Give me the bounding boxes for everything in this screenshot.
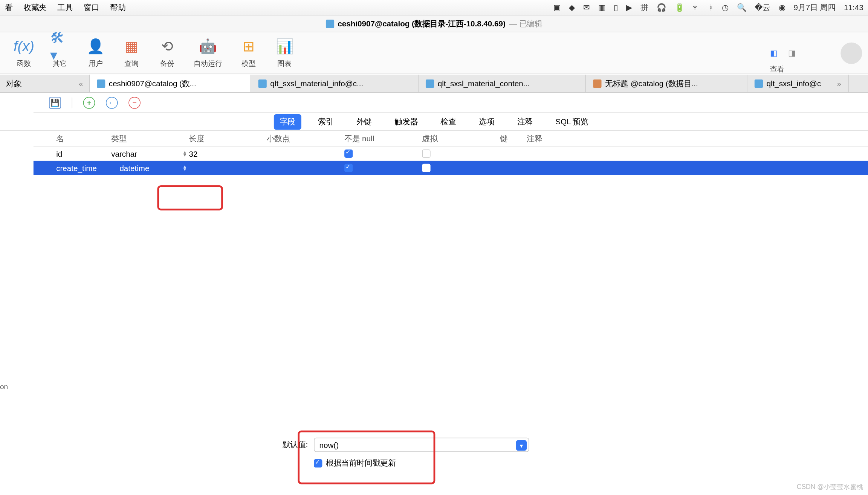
edited-indicator: — 已编辑 [509,18,542,29]
titlebar: ceshi0907@catalog (数据目录-江西-10.8.40.69) —… [0,15,868,32]
query-icon [593,79,601,87]
subtab-check[interactable]: 检查 [435,114,462,129]
watermark: CSDN @小莹莹水蜜桃 [797,483,863,492]
menu-help[interactable]: 帮助 [110,2,125,13]
connection-icon [326,20,334,28]
menubar: 看 收藏夹 工具 窗口 帮助 ▣ ◆ ✉ ▥ ▯ ▶ 拼 🎧 🔋 ᯤ ᚼ ◷ 🔍… [0,0,868,15]
left-panel-cut: on [0,383,8,391]
control-center-icon[interactable]: �云 [755,2,770,13]
avatar-icon[interactable] [840,42,862,64]
table-icon [97,79,105,87]
tray-icon[interactable]: ✉ [583,3,590,12]
annotation-highlight [157,185,223,211]
subtab-comment[interactable]: 注释 [511,114,539,129]
bluetooth-icon[interactable]: ᚼ [709,3,714,12]
toolbar-automation[interactable]: 🤖自动运行 [185,35,231,71]
menu-view[interactable]: 看 [5,2,13,13]
menubar-time[interactable]: 11:43 [844,3,863,12]
col-name[interactable]: 名 [34,133,111,144]
type-stepper-icon[interactable]: ▴▾ [183,165,186,171]
fields-grid: 名 类型 长度 小数点 不是 null 虚拟 键 注释 id varchar▴▾… [34,131,868,175]
menu-window[interactable]: 窗口 [84,2,99,13]
toolbar-function[interactable]: f(x)函数 [6,35,42,71]
subtab-sqlpreview[interactable]: SQL 预览 [549,114,594,129]
siri-icon[interactable]: ◉ [779,3,785,12]
table-icon [755,79,763,87]
field-row-create-time[interactable]: create_time datetime▴▾ [34,161,868,175]
document-tabs: 对象« ceshi0907@catalog (数... qlt_sxsl_mat… [0,75,868,93]
objects-tab[interactable]: 对象« [0,75,90,92]
subtab-fk[interactable]: 外键 [350,114,378,129]
tray-icon[interactable]: ▶ [626,3,632,12]
save-button[interactable]: 💾 [49,96,61,108]
delete-button[interactable]: − [128,96,141,108]
subtab-triggers[interactable]: 触发器 [388,114,424,129]
update-timestamp-checkbox[interactable] [314,459,322,468]
field-properties: 默认值: now() ▾ 根据当前时间戳更新 [272,438,529,469]
panel-toggle-right-icon[interactable]: ◨ [788,49,795,58]
col-length[interactable]: 长度 [189,133,266,144]
virtual-checkbox[interactable] [422,164,430,172]
default-value-input[interactable]: now() ▾ [314,438,529,452]
notnull-checkbox[interactable] [344,150,353,158]
virtual-checkbox[interactable] [422,150,430,158]
toolbar-user[interactable]: 👤用户 [78,35,113,71]
subtab-fields[interactable]: 字段 [274,114,301,129]
clock-icon[interactable]: ◷ [722,3,728,12]
subtab-options[interactable]: 选项 [473,114,500,129]
toolbar-chart[interactable]: 📊图表 [267,35,303,71]
menubar-date[interactable]: 9月7日 周四 [794,2,836,13]
wifi-icon[interactable]: ᯤ [692,3,700,12]
col-type[interactable]: 类型 [111,133,189,144]
tray-icon[interactable]: ◆ [569,3,575,12]
search-icon[interactable]: 🔍 [737,3,746,12]
tray-icon[interactable]: 拼 [640,2,648,13]
table-icon [258,79,267,87]
toolbar-model[interactable]: ⊞模型 [231,35,267,71]
toolbar-backup[interactable]: ⟲备份 [150,35,185,71]
update-timestamp-label: 根据当前时间戳更新 [326,458,396,469]
subtab-indexes[interactable]: 索引 [312,114,339,129]
field-row-id[interactable]: id varchar▴▾ 32 [34,147,868,161]
tray-icon[interactable]: 🎧 [657,3,666,12]
toolbar-other[interactable]: 🛠▾其它 [42,35,78,71]
tab-2[interactable]: qlt_sxsl_material_conten... [419,75,586,92]
menu-favorites[interactable]: 收藏夹 [23,2,47,13]
notnull-checkbox[interactable] [344,164,353,172]
col-comment[interactable]: 注释 [527,133,868,144]
tab-0[interactable]: ceshi0907@catalog (数... [90,75,251,92]
table-icon [426,79,434,87]
menu-tools[interactable]: 工具 [57,2,73,13]
dropdown-icon[interactable]: ▾ [516,440,527,451]
toolbar-query[interactable]: ▦查询 [114,35,150,71]
tab-3[interactable]: 无标题 @catalog (数据目... [586,75,747,92]
designer-tabs: 字段 索引 外键 触发器 检查 选项 注释 SQL 预览 [0,113,868,131]
col-key[interactable]: 键 [500,133,527,144]
back-button[interactable]: ← [106,96,118,108]
add-button[interactable]: + [83,96,95,108]
action-bar: 💾 + ← − [34,93,868,113]
col-notnull[interactable]: 不是 null [344,133,422,144]
default-label: 默认值: [272,439,308,450]
tab-1[interactable]: qlt_sxsl_material_info@c... [251,75,419,92]
tab-4[interactable]: qlt_sxsl_info@c» [747,75,849,92]
type-stepper-icon[interactable]: ▴▾ [183,151,186,157]
battery-icon[interactable]: 🔋 [675,3,684,12]
tray-icon[interactable]: ▯ [614,3,618,12]
grid-header: 名 类型 长度 小数点 不是 null 虚拟 键 注释 [34,131,868,147]
panel-toggle-left-icon[interactable]: ◧ [770,49,777,58]
window-title: ceshi0907@catalog (数据目录-江西-10.8.40.69) [338,18,506,29]
tray-icon[interactable]: ▣ [553,3,561,12]
col-virtual[interactable]: 虚拟 [422,133,500,144]
tray-icon[interactable]: ▥ [598,3,605,12]
col-decimal[interactable]: 小数点 [267,133,344,144]
